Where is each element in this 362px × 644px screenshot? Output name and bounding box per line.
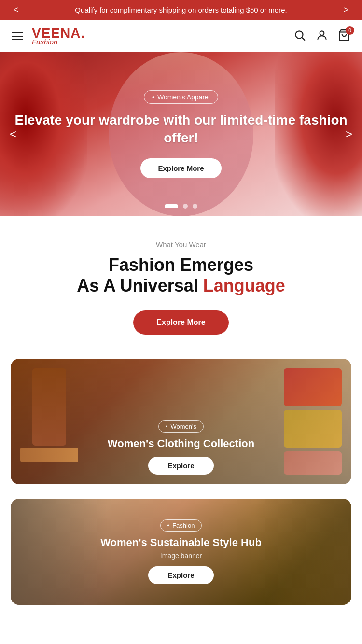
svg-line-1: [302, 38, 305, 41]
search-icon: [293, 29, 306, 42]
cart-button[interactable]: 0: [338, 29, 350, 43]
hero-cta-button[interactable]: Explore More: [140, 158, 221, 178]
menu-icon[interactable]: [12, 32, 23, 40]
bottom-tag: Fashion: [160, 519, 202, 532]
announcement-bar: < Qualify for complimentary shipping on …: [0, 0, 362, 20]
header-icons: 0: [293, 29, 350, 43]
hero-banner: < Women's Apparel Elevate your wardrobe …: [0, 52, 362, 216]
tagline-cta-button[interactable]: Explore More: [133, 310, 228, 335]
bottom-banner: Fashion Women's Sustainable Style Hub Im…: [11, 499, 351, 605]
collection-banner: Women's Women's Clothing Collection Expl…: [11, 359, 351, 484]
svg-point-2: [320, 31, 324, 35]
announcement-text: Qualify for complimentary shipping on or…: [75, 6, 287, 14]
collection-tag: Women's: [158, 420, 204, 433]
hero-prev-button[interactable]: <: [5, 123, 21, 146]
search-button[interactable]: [293, 29, 306, 43]
hero-dot-2[interactable]: [183, 204, 188, 209]
hero-title: Elevate your wardrobe with our limited-t…: [10, 112, 352, 147]
announcement-next[interactable]: >: [339, 5, 352, 15]
tagline-section: What You Wear Fashion Emerges As A Unive…: [0, 216, 362, 344]
cart-badge: 0: [346, 26, 354, 35]
hero-dot-3[interactable]: [193, 204, 197, 209]
svg-point-0: [295, 31, 303, 38]
bottom-content: Fashion Women's Sustainable Style Hub Im…: [11, 499, 351, 605]
bottom-cta-button[interactable]: Explore: [148, 566, 213, 584]
account-button[interactable]: [316, 29, 328, 43]
collection-title: Women's Clothing Collection: [20, 437, 342, 450]
hero-content: Women's Apparel Elevate your wardrobe wi…: [0, 81, 362, 188]
tagline-sub: What You Wear: [14, 240, 348, 249]
hero-tag: Women's Apparel: [144, 90, 218, 104]
header: VEENA. Fashion 0: [0, 20, 362, 52]
collection-content: Women's Women's Clothing Collection Expl…: [11, 411, 351, 484]
tagline-title: Fashion Emerges As A Universal Language: [14, 254, 348, 296]
hero-dots: [165, 204, 197, 209]
announcement-prev[interactable]: <: [10, 5, 23, 15]
user-icon: [316, 29, 328, 42]
logo[interactable]: VEENA. Fashion: [32, 27, 85, 45]
logo-tagline: Fashion: [32, 38, 85, 45]
bottom-title: Women's Sustainable Style Hub: [100, 536, 262, 549]
hero-dot-1[interactable]: [165, 204, 178, 208]
header-left: VEENA. Fashion: [12, 27, 85, 45]
bottom-subtitle: Image banner: [160, 552, 202, 560]
hero-next-button[interactable]: >: [341, 123, 357, 146]
collection-cta-button[interactable]: Explore: [148, 457, 213, 475]
